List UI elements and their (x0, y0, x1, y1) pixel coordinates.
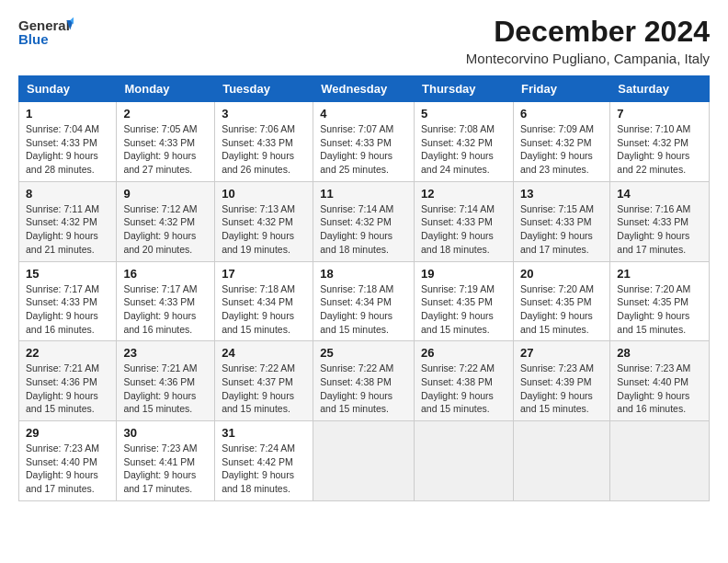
day-number: 18 (320, 267, 407, 281)
day-info: Sunrise: 7:05 AMSunset: 4:33 PMDaylight:… (123, 122, 208, 177)
calendar-week-1: 8Sunrise: 7:11 AMSunset: 4:32 PMDaylight… (19, 181, 710, 261)
day-info: Sunrise: 7:22 AMSunset: 4:37 PMDaylight:… (222, 362, 306, 416)
day-number: 4 (320, 107, 407, 121)
day-number: 7 (617, 107, 702, 121)
header-monday: Monday (117, 76, 215, 102)
day-number: 30 (123, 426, 208, 440)
calendar-cell: 6Sunrise: 7:09 AMSunset: 4:32 PMDaylight… (513, 102, 609, 182)
calendar-cell: 2Sunrise: 7:05 AMSunset: 4:33 PMDaylight… (117, 102, 215, 182)
logo-svg: General Blue (18, 15, 74, 48)
calendar-table: Sunday Monday Tuesday Wednesday Thursday… (18, 75, 710, 501)
day-info: Sunrise: 7:14 AMSunset: 4:33 PMDaylight:… (421, 202, 506, 257)
calendar-cell: 30Sunrise: 7:23 AMSunset: 4:41 PMDayligh… (117, 421, 215, 501)
day-number: 16 (123, 267, 208, 281)
day-info: Sunrise: 7:21 AMSunset: 4:36 PMDaylight:… (26, 362, 109, 416)
day-info: Sunrise: 7:04 AMSunset: 4:33 PMDaylight:… (26, 122, 109, 177)
day-number: 10 (222, 187, 306, 201)
calendar-cell: 9Sunrise: 7:12 AMSunset: 4:32 PMDaylight… (117, 181, 215, 261)
title-block: December 2024 Montecorvino Pugliano, Cam… (466, 15, 710, 66)
calendar-cell (610, 421, 710, 501)
calendar-cell: 1Sunrise: 7:04 AMSunset: 4:33 PMDaylight… (19, 102, 117, 182)
calendar-cell: 27Sunrise: 7:23 AMSunset: 4:39 PMDayligh… (513, 341, 609, 421)
page-header: General Blue December 2024 Montecorvino … (18, 15, 710, 66)
day-number: 13 (520, 187, 603, 201)
calendar-cell (513, 421, 609, 501)
calendar-cell: 3Sunrise: 7:06 AMSunset: 4:33 PMDaylight… (215, 102, 313, 182)
calendar-cell: 15Sunrise: 7:17 AMSunset: 4:33 PMDayligh… (19, 261, 117, 341)
calendar-cell (415, 421, 514, 501)
calendar-cell: 26Sunrise: 7:22 AMSunset: 4:38 PMDayligh… (415, 341, 514, 421)
day-info: Sunrise: 7:13 AMSunset: 4:32 PMDaylight:… (222, 202, 306, 257)
day-number: 20 (520, 267, 603, 281)
day-info: Sunrise: 7:17 AMSunset: 4:33 PMDaylight:… (123, 282, 208, 337)
day-number: 5 (421, 107, 506, 121)
calendar-week-4: 29Sunrise: 7:23 AMSunset: 4:40 PMDayligh… (19, 421, 710, 501)
day-info: Sunrise: 7:08 AMSunset: 4:32 PMDaylight:… (421, 122, 506, 177)
day-number: 19 (421, 267, 506, 281)
calendar-cell: 16Sunrise: 7:17 AMSunset: 4:33 PMDayligh… (117, 261, 215, 341)
day-number: 28 (617, 346, 702, 360)
day-info: Sunrise: 7:19 AMSunset: 4:35 PMDaylight:… (421, 282, 506, 337)
day-number: 12 (421, 187, 506, 201)
svg-text:Blue: Blue (18, 31, 49, 47)
header-sunday: Sunday (19, 76, 117, 102)
location-subtitle: Montecorvino Pugliano, Campania, Italy (466, 51, 710, 66)
day-info: Sunrise: 7:14 AMSunset: 4:32 PMDaylight:… (320, 202, 407, 257)
calendar-cell: 14Sunrise: 7:16 AMSunset: 4:33 PMDayligh… (610, 181, 710, 261)
header-friday: Friday (513, 76, 609, 102)
day-number: 23 (123, 346, 208, 360)
day-info: Sunrise: 7:15 AMSunset: 4:33 PMDaylight:… (520, 202, 603, 257)
calendar-cell (313, 421, 415, 501)
day-number: 2 (123, 107, 208, 121)
day-info: Sunrise: 7:22 AMSunset: 4:38 PMDaylight:… (421, 362, 506, 416)
day-info: Sunrise: 7:10 AMSunset: 4:32 PMDaylight:… (617, 122, 702, 177)
day-info: Sunrise: 7:17 AMSunset: 4:33 PMDaylight:… (26, 282, 109, 337)
day-info: Sunrise: 7:20 AMSunset: 4:35 PMDaylight:… (617, 282, 702, 337)
calendar-cell: 22Sunrise: 7:21 AMSunset: 4:36 PMDayligh… (19, 341, 117, 421)
day-info: Sunrise: 7:20 AMSunset: 4:35 PMDaylight:… (520, 282, 603, 337)
calendar-cell: 21Sunrise: 7:20 AMSunset: 4:35 PMDayligh… (610, 261, 710, 341)
logo: General Blue (18, 15, 74, 48)
calendar-header-row: Sunday Monday Tuesday Wednesday Thursday… (19, 76, 710, 102)
day-info: Sunrise: 7:23 AMSunset: 4:41 PMDaylight:… (123, 442, 208, 496)
calendar-week-2: 15Sunrise: 7:17 AMSunset: 4:33 PMDayligh… (19, 261, 710, 341)
day-info: Sunrise: 7:23 AMSunset: 4:40 PMDaylight:… (617, 362, 702, 416)
calendar-cell: 12Sunrise: 7:14 AMSunset: 4:33 PMDayligh… (415, 181, 514, 261)
day-info: Sunrise: 7:12 AMSunset: 4:32 PMDaylight:… (123, 202, 208, 257)
calendar-cell: 20Sunrise: 7:20 AMSunset: 4:35 PMDayligh… (513, 261, 609, 341)
day-number: 3 (222, 107, 306, 121)
day-number: 27 (520, 346, 603, 360)
header-tuesday: Tuesday (215, 76, 313, 102)
day-info: Sunrise: 7:22 AMSunset: 4:38 PMDaylight:… (320, 362, 407, 416)
day-number: 14 (617, 187, 702, 201)
calendar-cell: 25Sunrise: 7:22 AMSunset: 4:38 PMDayligh… (313, 341, 415, 421)
day-info: Sunrise: 7:11 AMSunset: 4:32 PMDaylight:… (26, 202, 109, 257)
day-info: Sunrise: 7:07 AMSunset: 4:33 PMDaylight:… (320, 122, 407, 177)
header-wednesday: Wednesday (313, 76, 415, 102)
day-info: Sunrise: 7:06 AMSunset: 4:33 PMDaylight:… (222, 122, 306, 177)
day-number: 8 (26, 187, 109, 201)
calendar-week-0: 1Sunrise: 7:04 AMSunset: 4:33 PMDaylight… (19, 102, 710, 182)
day-info: Sunrise: 7:23 AMSunset: 4:40 PMDaylight:… (26, 442, 109, 496)
day-number: 25 (320, 346, 407, 360)
calendar-cell: 10Sunrise: 7:13 AMSunset: 4:32 PMDayligh… (215, 181, 313, 261)
calendar-cell: 4Sunrise: 7:07 AMSunset: 4:33 PMDaylight… (313, 102, 415, 182)
day-number: 24 (222, 346, 306, 360)
day-info: Sunrise: 7:09 AMSunset: 4:32 PMDaylight:… (520, 122, 603, 177)
day-info: Sunrise: 7:18 AMSunset: 4:34 PMDaylight:… (222, 282, 306, 337)
day-number: 15 (26, 267, 109, 281)
day-info: Sunrise: 7:24 AMSunset: 4:42 PMDaylight:… (222, 442, 306, 496)
day-number: 17 (222, 267, 306, 281)
calendar-cell: 8Sunrise: 7:11 AMSunset: 4:32 PMDaylight… (19, 181, 117, 261)
calendar-cell: 17Sunrise: 7:18 AMSunset: 4:34 PMDayligh… (215, 261, 313, 341)
header-thursday: Thursday (415, 76, 514, 102)
calendar-cell: 7Sunrise: 7:10 AMSunset: 4:32 PMDaylight… (610, 102, 710, 182)
calendar-cell: 13Sunrise: 7:15 AMSunset: 4:33 PMDayligh… (513, 181, 609, 261)
day-number: 22 (26, 346, 109, 360)
calendar-cell: 23Sunrise: 7:21 AMSunset: 4:36 PMDayligh… (117, 341, 215, 421)
day-info: Sunrise: 7:18 AMSunset: 4:34 PMDaylight:… (320, 282, 407, 337)
calendar-cell: 24Sunrise: 7:22 AMSunset: 4:37 PMDayligh… (215, 341, 313, 421)
calendar-cell: 29Sunrise: 7:23 AMSunset: 4:40 PMDayligh… (19, 421, 117, 501)
calendar-week-3: 22Sunrise: 7:21 AMSunset: 4:36 PMDayligh… (19, 341, 710, 421)
month-title: December 2024 (466, 15, 710, 49)
